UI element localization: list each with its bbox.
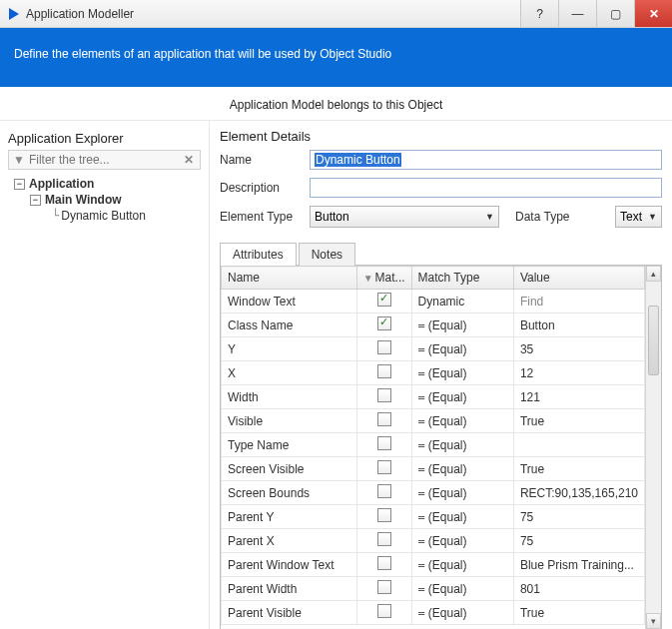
checkbox[interactable] xyxy=(377,436,391,450)
attr-matchtype-cell[interactable]: =(Equal) xyxy=(411,361,513,385)
table-row[interactable]: Width=(Equal)121 xyxy=(222,385,645,409)
checkbox[interactable] xyxy=(377,556,391,570)
attr-value-cell[interactable]: True xyxy=(513,457,644,481)
checkbox[interactable] xyxy=(377,484,391,498)
header-text: Define the elements of an application th… xyxy=(14,47,391,61)
filter-input[interactable] xyxy=(29,153,182,167)
checkbox[interactable] xyxy=(377,364,391,378)
attr-value-cell[interactable]: True xyxy=(513,409,644,433)
vertical-scrollbar[interactable]: ▴ ▾ xyxy=(645,266,661,629)
checkbox[interactable] xyxy=(377,508,391,522)
element-type-combo[interactable]: Button ▼ xyxy=(310,206,499,228)
table-row[interactable]: Class Name=(Equal)Button xyxy=(222,314,645,337)
description-input[interactable] xyxy=(310,178,662,198)
attr-value-cell[interactable]: 35 xyxy=(513,337,644,361)
attr-matchtype-cell[interactable]: =(Equal) xyxy=(411,385,513,409)
table-row[interactable]: Parent Y=(Equal)75 xyxy=(222,505,645,529)
tab-notes[interactable]: Notes xyxy=(299,243,355,266)
attr-matchtype-cell[interactable]: =(Equal) xyxy=(411,529,513,553)
attr-match-cell[interactable] xyxy=(356,505,411,529)
table-row[interactable]: Visible=(Equal)True xyxy=(222,409,645,433)
attr-match-cell[interactable] xyxy=(356,601,411,625)
attr-match-cell[interactable] xyxy=(356,385,411,409)
attr-matchtype-cell[interactable]: =(Equal) xyxy=(411,457,513,481)
attr-matchtype-cell[interactable]: =(Equal) xyxy=(411,337,513,361)
attr-match-cell[interactable] xyxy=(356,577,411,601)
attr-name-cell: Screen Visible xyxy=(222,457,357,481)
scroll-up-button[interactable]: ▴ xyxy=(646,266,661,282)
attr-matchtype-cell[interactable]: =(Equal) xyxy=(411,577,513,601)
checkbox[interactable] xyxy=(377,412,391,426)
table-row[interactable]: X=(Equal)12 xyxy=(222,361,645,385)
tree-node-dynamic-button[interactable]: └ Dynamic Button xyxy=(52,208,201,224)
attr-value-cell[interactable]: 801 xyxy=(513,577,644,601)
attr-match-cell[interactable] xyxy=(356,337,411,361)
checkbox[interactable] xyxy=(377,340,391,354)
attr-matchtype-cell[interactable]: =(Equal) xyxy=(411,433,513,457)
attr-matchtype-cell[interactable]: =(Equal) xyxy=(411,481,513,505)
attr-match-cell[interactable] xyxy=(356,457,411,481)
table-row[interactable]: Parent Visible=(Equal)True xyxy=(222,601,645,625)
attr-value-cell[interactable]: 121 xyxy=(513,385,644,409)
checkbox[interactable] xyxy=(377,532,391,546)
expand-icon[interactable]: − xyxy=(14,179,25,190)
attr-match-cell[interactable] xyxy=(356,409,411,433)
checkbox[interactable] xyxy=(377,388,391,402)
checkbox[interactable] xyxy=(377,460,391,474)
table-row[interactable]: Screen Visible=(Equal)True xyxy=(222,457,645,481)
data-type-combo[interactable]: Text ▼ xyxy=(615,206,662,228)
col-match[interactable]: ▼Mat... xyxy=(356,267,411,290)
tree-node-main-window[interactable]: − Main Window xyxy=(30,192,201,208)
expand-icon[interactable]: − xyxy=(30,195,41,206)
checkbox[interactable] xyxy=(377,293,391,307)
scroll-thumb[interactable] xyxy=(648,306,659,375)
attr-match-cell[interactable] xyxy=(356,553,411,577)
equals-icon: = xyxy=(418,510,425,524)
table-row[interactable]: Type Name=(Equal) xyxy=(222,433,645,457)
attr-matchtype-cell[interactable]: =(Equal) xyxy=(411,409,513,433)
attr-value-cell[interactable]: 75 xyxy=(513,529,644,553)
attr-value-cell[interactable]: 12 xyxy=(513,361,644,385)
table-row[interactable]: Parent Window Text=(Equal)Blue Prism Tra… xyxy=(222,553,645,577)
checkbox[interactable] xyxy=(377,580,391,594)
table-row[interactable]: Parent X=(Equal)75 xyxy=(222,529,645,553)
attr-value-cell[interactable]: Blue Prism Training... xyxy=(513,553,644,577)
table-row[interactable]: Y=(Equal)35 xyxy=(222,337,645,361)
attr-match-cell[interactable] xyxy=(356,290,411,314)
attr-match-cell[interactable] xyxy=(356,433,411,457)
table-row[interactable]: Screen Bounds=(Equal)RECT:90,135,165,210 xyxy=(222,481,645,505)
attr-value-cell[interactable]: 75 xyxy=(513,505,644,529)
help-button[interactable]: ? xyxy=(520,0,558,27)
col-match-type[interactable]: Match Type xyxy=(411,267,513,290)
col-name[interactable]: Name xyxy=(222,267,357,290)
attr-matchtype-cell[interactable]: =(Equal) xyxy=(411,505,513,529)
attr-matchtype-cell[interactable]: Dynamic xyxy=(411,290,513,314)
name-input[interactable]: Dynamic Button xyxy=(310,150,662,170)
checkbox[interactable] xyxy=(377,604,391,618)
attr-value-cell[interactable]: Find xyxy=(513,290,644,314)
matchtype-text: (Equal) xyxy=(428,366,467,380)
maximize-button[interactable]: ▢ xyxy=(596,0,634,27)
close-button[interactable]: ✕ xyxy=(634,0,672,27)
attr-match-cell[interactable] xyxy=(356,529,411,553)
attr-matchtype-cell[interactable]: =(Equal) xyxy=(411,553,513,577)
table-row[interactable]: Parent Width=(Equal)801 xyxy=(222,577,645,601)
clear-filter-button[interactable]: ✕ xyxy=(182,153,196,167)
attr-matchtype-cell[interactable]: =(Equal) xyxy=(411,314,513,337)
col-value[interactable]: Value xyxy=(513,267,644,290)
table-row[interactable]: Window TextDynamicFind xyxy=(222,290,645,314)
tree-node-application[interactable]: − Application xyxy=(14,176,201,192)
tree: − Application − Main Window └ Dynamic Bu… xyxy=(8,176,201,224)
checkbox[interactable] xyxy=(377,316,391,330)
attr-matchtype-cell[interactable]: =(Equal) xyxy=(411,601,513,625)
attr-value-cell[interactable] xyxy=(513,433,644,457)
attr-value-cell[interactable]: RECT:90,135,165,210 xyxy=(513,481,644,505)
attr-match-cell[interactable] xyxy=(356,481,411,505)
scroll-down-button[interactable]: ▾ xyxy=(646,613,661,629)
attr-match-cell[interactable] xyxy=(356,361,411,385)
attr-match-cell[interactable] xyxy=(356,314,411,337)
attr-value-cell[interactable]: True xyxy=(513,601,644,625)
attr-value-cell[interactable]: Button xyxy=(513,314,644,337)
tab-attributes[interactable]: Attributes xyxy=(220,243,297,266)
minimize-button[interactable]: — xyxy=(558,0,596,27)
